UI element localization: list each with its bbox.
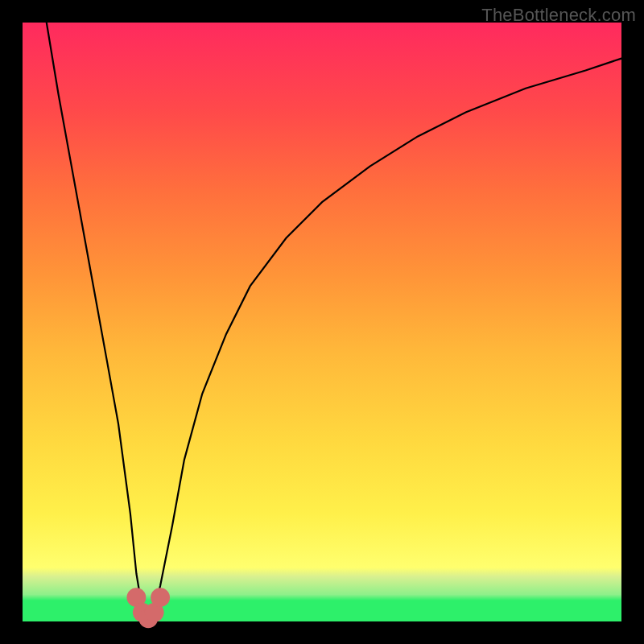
highlight-dot: [151, 588, 170, 607]
highlight-markers: [127, 588, 171, 628]
bottleneck-curve: [47, 23, 621, 621]
plot-area: [23, 23, 621, 621]
chart-frame: TheBottleneck.com: [0, 0, 644, 644]
curve-layer: [23, 23, 621, 621]
